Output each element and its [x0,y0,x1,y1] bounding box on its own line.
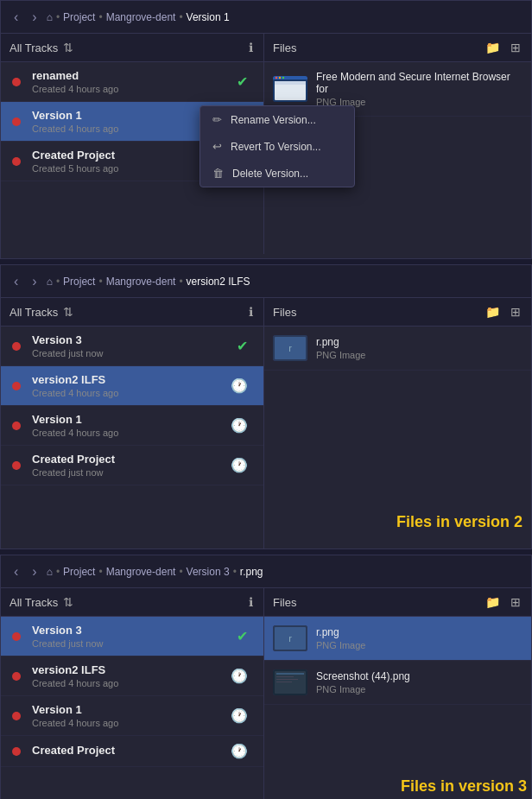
check-icon-v3-p3: ✔ [230,628,255,644]
version-item-v3-p3[interactable]: Version 3 Created just now ✔ [1,617,263,656]
version-date-v1: Created 4 hours ago [32,124,224,134]
breadcrumb-version-1[interactable]: Version 1 [187,11,230,23]
vdate-v3-p3: Created just now [32,638,230,649]
tracks-header-1: All Tracks ⇅ ℹ [1,34,263,62]
vname-created-p3: Created Project [32,744,224,757]
breadcrumb-rpng-3[interactable]: r.png [240,566,263,578]
timeline-dot [12,632,21,641]
breadcrumb-project-3[interactable]: Project [63,566,95,578]
rename-version-item[interactable]: ✏ Rename Version... [200,106,354,133]
timeline-dot [12,712,21,720]
content-row-1: All Tracks ⇅ ℹ renamed Created 4 hours a… [1,34,531,254]
folder-icon-2[interactable]: 📁 [484,303,502,320]
svg-text:r: r [288,343,292,353]
file-item-screenshot-p3[interactable]: Screenshot (44).png PNG Image [264,661,531,705]
content-row-3: All Tracks ⇅ ℹ Version 3 Created just no… [1,588,531,799]
grid-icon-3[interactable]: ⊞ [509,593,522,611]
files-label-3: Files [273,596,296,609]
version-item-v3-p2[interactable]: Version 3 Created just now ✔ [1,327,263,366]
version-item-created-p3[interactable]: Created Project 🕐 [1,736,263,767]
sort-icon-2[interactable]: ⇅ [61,303,75,320]
home-icon-3: ⌂ [47,566,53,578]
svg-text:r: r [288,633,292,644]
vname-v3-p3: Version 3 [32,624,230,637]
tracks-header-2: All Tracks ⇅ ℹ [1,298,263,327]
vname-v2ilfs: version2 ILFS [32,373,224,386]
timeline-dot [12,157,21,166]
delete-version-item[interactable]: 🗑 Delete Version... [200,160,354,187]
breadcrumb-mangrove-2[interactable]: Mangrove-dent [106,276,176,288]
tracks-label-3: All Tracks [10,596,58,609]
file-item-rpng-p2[interactable]: r r.png PNG Image [264,327,531,371]
file-name-rpng-p2: r.png [316,336,522,348]
vdate-v2ilfs-p3: Created 4 hours ago [32,678,224,688]
version-item-created-p2[interactable]: Created Project Created just now 🕐 [1,446,263,485]
sort-icon-1[interactable]: ⇅ [61,39,75,56]
info-icon-3[interactable]: ℹ [247,593,255,611]
version-name-v1: Version 1 [32,109,224,122]
tracks-header-3: All Tracks ⇅ ℹ [1,588,263,617]
timeline-dot [12,422,21,430]
svg-point-3 [279,77,281,79]
version-item-v2ilfs[interactable]: version2 ILFS Created 4 hours ago 🕐 [1,366,263,406]
file-thumb-browser [273,76,307,102]
panel-3: ‹ › ⌂ • Project • Mangrove-dent • Versio… [0,555,532,799]
vname-v1-p2: Version 1 [32,413,224,426]
grid-icon-1[interactable]: ⊞ [509,39,522,56]
folder-icon-1[interactable]: 📁 [484,39,502,56]
nav-bar-3: ‹ › ⌂ • Project • Mangrove-dent • Versio… [1,555,531,588]
svg-rect-6 [275,81,306,85]
breadcrumb-mangrove-1[interactable]: Mangrove-dent [106,11,176,23]
tracks-pane-1: All Tracks ⇅ ℹ renamed Created 4 hours a… [1,34,264,254]
folder-icon-3[interactable]: 📁 [484,593,502,611]
info-icon-2[interactable]: ℹ [247,303,255,320]
file-item-rpng-p3[interactable]: r r.png PNG Image [264,617,531,661]
vdate-v2ilfs: Created 4 hours ago [32,388,224,398]
version-item-renamed[interactable]: renamed Created 4 hours ago ✔ [1,62,263,102]
file-thumb-rpng-p3: r [273,625,307,651]
back-button-3[interactable]: ‹ [10,562,22,581]
vname-v3-p2: Version 3 [32,333,230,346]
file-type-screenshot-p3: PNG Image [316,684,522,694]
revert-version-item[interactable]: ↩ Revert To Version... [200,133,354,160]
version-date-renamed: Created 4 hours ago [32,84,230,94]
breadcrumb-1: ⌂ • Project • Mangrove-dent • Version 1 [47,11,230,23]
breadcrumb-version-2[interactable]: version2 ILFS [187,276,250,288]
breadcrumb-v3-3[interactable]: Version 3 [187,566,230,578]
grid-icon-2[interactable]: ⊞ [509,303,522,320]
tracks-label-2: All Tracks [10,306,58,319]
version-item-v1-p2[interactable]: Version 1 Created 4 hours ago 🕐 [1,406,263,446]
check-icon-v3-p2: ✔ [230,338,255,354]
forward-button-2[interactable]: › [28,272,41,291]
forward-button-1[interactable]: › [28,8,41,27]
file-name-browser: Free Modern and Secure Internet Browser … [316,71,522,95]
check-icon-renamed: ✔ [230,73,255,90]
file-name-screenshot-p3: Screenshot (44).png [316,670,522,682]
sort-icon-3[interactable]: ⇅ [61,593,75,611]
breadcrumb-mangrove-3[interactable]: Mangrove-dent [106,566,176,578]
file-type-rpng-p2: PNG Image [316,350,522,360]
version-name-renamed: renamed [32,69,230,82]
clock-icon-v1-p3: 🕐 [224,707,255,724]
file-name-rpng-p3: r.png [316,626,522,638]
delete-label: Delete Version... [232,168,308,180]
back-button-1[interactable]: ‹ [10,8,22,27]
version-item-v2ilfs-p3[interactable]: version2 ILFS Created 4 hours ago 🕐 [1,656,263,696]
nav-bar-2: ‹ › ⌂ • Project • Mangrove-dent • versio… [1,265,531,298]
back-button-2[interactable]: ‹ [10,272,22,291]
breadcrumb-3: ⌂ • Project • Mangrove-dent • Version 3 … [47,566,263,578]
version-item-v1-p3[interactable]: Version 1 Created 4 hours ago 🕐 [1,696,263,736]
overlay-text-2: Files in version 2 [396,513,522,531]
tracks-list-1: renamed Created 4 hours ago ✔ Version 1 … [1,62,263,181]
file-thumb-rpng-p2: r [273,335,307,361]
breadcrumb-project-2[interactable]: Project [63,276,95,288]
vdate-v1-p2: Created 4 hours ago [32,428,224,438]
info-icon-1[interactable]: ℹ [247,39,255,56]
timeline-dot [12,747,21,756]
forward-button-3[interactable]: › [28,562,41,581]
tracks-pane-2: All Tracks ⇅ ℹ Version 3 Created just no… [1,298,264,549]
files-header-2: Files 📁 ⊞ [264,298,531,327]
breadcrumb-project-1[interactable]: Project [63,11,95,23]
clock-icon-created-p3: 🕐 [224,743,255,759]
clock-icon-v2ilfs: 🕐 [224,377,255,394]
